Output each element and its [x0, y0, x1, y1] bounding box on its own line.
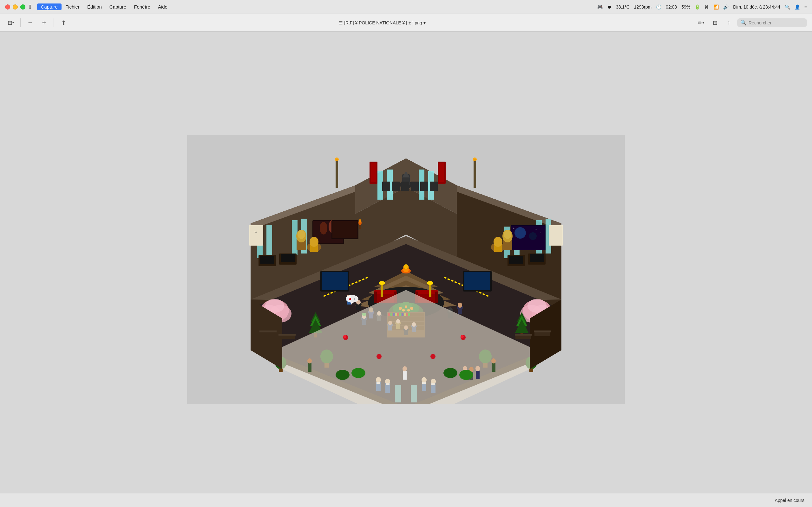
svg-rect-195 — [492, 363, 496, 372]
svg-point-208 — [376, 354, 382, 359]
svg-text:✗: ✗ — [353, 298, 356, 301]
svg-rect-214 — [260, 256, 274, 264]
svg-rect-123 — [529, 369, 533, 372]
menu-aide[interactable]: Aide — [154, 3, 171, 10]
svg-rect-245 — [534, 331, 551, 332]
svg-rect-231 — [420, 181, 428, 191]
svg-rect-142 — [356, 304, 361, 310]
svg-point-226 — [504, 230, 511, 239]
svg-rect-228 — [392, 181, 400, 191]
document-title: ☰ [R.F] ¥ POLICE NATIONALE ¥ [ ± ].png ▾ — [72, 20, 693, 25]
main-content: 🛡 — [0, 32, 812, 507]
share-button[interactable]: ⬆ — [58, 17, 69, 29]
sound-icon: 🔊 — [723, 4, 728, 9]
search-input[interactable] — [749, 20, 799, 25]
svg-point-91 — [513, 228, 514, 229]
svg-point-90 — [529, 232, 537, 240]
svg-point-136 — [494, 237, 502, 247]
toolbar-left: ⊞ ▾ − + ⬆ — [5, 17, 69, 29]
svg-point-202 — [475, 366, 480, 371]
annotate-button[interactable]: ✏ ▾ — [695, 17, 707, 29]
toolbar: ⊞ ▾ − + ⬆ ☰ [R.F] ¥ POLICE NATIONALE ¥ [… — [0, 14, 812, 32]
temperature: 38.1°C — [616, 4, 629, 9]
svg-rect-252 — [403, 371, 407, 380]
view-icon: ⊞ — [8, 19, 12, 26]
status-bar: Appel en cours — [0, 493, 812, 507]
zoom-out-icon: − — [28, 19, 32, 27]
menubar-status: 🎮 ⏺ 38.1°C 1293rpm 🕐 02:08 59% 🔋 ⌘ 📶 🔊 D… — [597, 4, 807, 9]
svg-rect-44 — [374, 290, 397, 294]
zoom-in-button[interactable]: + — [38, 17, 50, 29]
svg-rect-45 — [374, 291, 377, 302]
svg-point-207 — [430, 354, 436, 359]
svg-rect-50 — [435, 291, 438, 302]
svg-rect-170 — [458, 307, 462, 314]
battery-icon: 🔋 — [695, 4, 700, 9]
svg-rect-220 — [530, 254, 544, 262]
control-center-icon[interactable]: ≡ — [804, 4, 807, 9]
svg-text:🛡: 🛡 — [255, 231, 257, 233]
chevron-down-icon-2: ▾ — [703, 21, 704, 24]
clock-time: 02:08 — [666, 4, 677, 9]
action-button[interactable]: ↑ — [723, 17, 734, 29]
close-button[interactable] — [5, 4, 10, 9]
search-icon[interactable]: 🔍 — [785, 4, 790, 9]
svg-point-248 — [336, 370, 350, 380]
svg-rect-24 — [439, 163, 444, 182]
fan-rpm: 1293rpm — [634, 4, 652, 9]
svg-point-223 — [298, 230, 305, 239]
minimize-button[interactable] — [13, 4, 18, 9]
svg-rect-201 — [476, 371, 479, 379]
svg-point-194 — [307, 358, 312, 363]
svg-point-97 — [320, 222, 327, 234]
svg-point-249 — [351, 368, 365, 378]
svg-point-237 — [359, 219, 361, 223]
bluetooth-icon: ⌘ — [705, 4, 709, 9]
svg-rect-234 — [333, 221, 357, 238]
svg-point-133 — [310, 237, 318, 247]
svg-point-53 — [379, 281, 385, 285]
scene-svg: 🛡 — [187, 135, 625, 404]
fullscreen-button[interactable] — [20, 4, 26, 9]
svg-rect-243 — [278, 334, 296, 336]
chevron-down-icon: ▾ — [12, 21, 14, 24]
svg-point-250 — [444, 368, 457, 378]
search-box[interactable]: 🔍 — [737, 18, 807, 27]
game-scene: 🛡 — [187, 135, 625, 404]
traffic-lights — [5, 4, 26, 9]
svg-rect-230 — [411, 181, 419, 191]
wifi-icon: 📶 — [713, 4, 719, 9]
svg-rect-83 — [322, 272, 348, 290]
svg-point-204 — [343, 335, 346, 338]
svg-point-28 — [473, 158, 477, 161]
screen-record-icon: ⏺ — [607, 4, 612, 9]
share-icon: ⬆ — [61, 19, 66, 26]
svg-rect-22 — [371, 163, 376, 182]
menu-edition[interactable]: Édition — [84, 3, 106, 10]
menu-capture[interactable]: Capture — [37, 3, 61, 10]
menu-bar:  Capture Fichier Édition Capture Fenêtr… — [0, 0, 812, 14]
svg-rect-25 — [336, 159, 338, 188]
svg-rect-125 — [279, 369, 283, 372]
apple-menu[interactable]:  — [29, 3, 32, 10]
svg-rect-48 — [415, 290, 438, 294]
menu-fichier[interactable]: Fichier — [61, 3, 84, 10]
siri-icon[interactable]: 👤 — [795, 4, 800, 9]
svg-rect-86 — [464, 272, 490, 290]
toolbar-right: ✏ ▾ ⊞ ↑ 🔍 — [695, 17, 807, 29]
battery-percent: 59% — [681, 4, 690, 9]
view-toggle-button[interactable]: ⊞ ▾ — [5, 17, 16, 29]
search-icon-toolbar: 🔍 — [740, 20, 747, 26]
action-icon: ↑ — [728, 19, 730, 26]
svg-point-251 — [459, 370, 473, 380]
menu-fenetre[interactable]: Fenêtre — [130, 3, 154, 10]
pen-icon: ✏ — [698, 19, 703, 26]
svg-rect-51 — [380, 283, 383, 297]
svg-rect-193 — [308, 363, 311, 372]
copy-button[interactable]: ⊞ — [709, 17, 721, 29]
svg-point-41 — [404, 264, 408, 269]
svg-point-211 — [349, 298, 351, 300]
svg-rect-26 — [473, 159, 476, 188]
menu-capture2[interactable]: Capture — [106, 3, 130, 10]
zoom-out-button[interactable]: − — [24, 17, 36, 29]
